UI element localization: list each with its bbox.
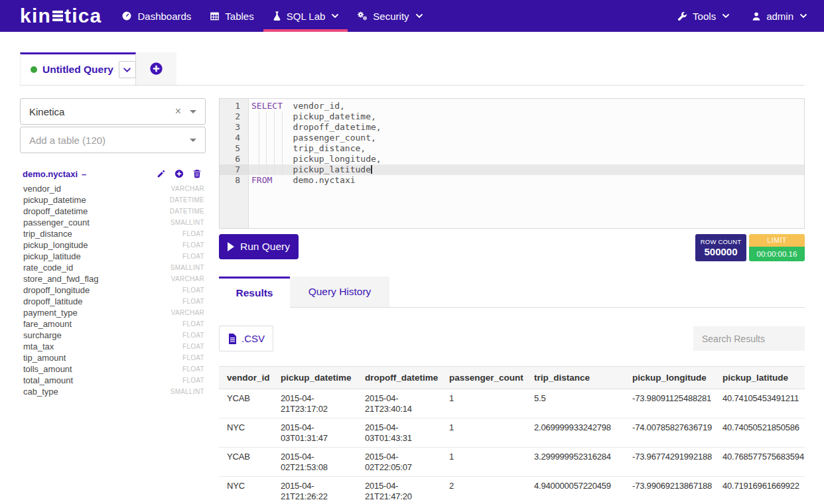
nav-menu: Dashboards Tables SQL Lab Security bbox=[112, 0, 431, 32]
line-number: 2 bbox=[220, 111, 248, 122]
schema-column[interactable]: rate_code_idSMALLINT bbox=[20, 262, 206, 273]
tab-results[interactable]: Results bbox=[219, 277, 290, 308]
export-csv-button[interactable]: .CSV bbox=[219, 326, 273, 351]
table-row[interactable]: YCAB2015-04-02T21:53:082015-04-02T22:05:… bbox=[219, 448, 805, 477]
results-column-header[interactable]: pickup_latitude bbox=[715, 367, 805, 389]
chevron-down-icon bbox=[800, 14, 807, 18]
results-column-header[interactable]: pickup_longitude bbox=[624, 367, 715, 389]
sql-keyword: FROM bbox=[251, 175, 293, 186]
nav-item-security[interactable]: Security bbox=[348, 0, 431, 32]
schema-column[interactable]: mta_taxFLOAT bbox=[20, 341, 206, 352]
text-cursor bbox=[371, 165, 372, 174]
schema-column[interactable]: trip_distanceFLOAT bbox=[20, 228, 206, 239]
nav-item-sql-lab[interactable]: SQL Lab bbox=[263, 0, 348, 32]
line-number: 4 bbox=[220, 133, 248, 143]
trash-icon[interactable] bbox=[192, 169, 202, 178]
table-row[interactable]: NYC2015-04-03T01:31:472015-04-03T01:43:3… bbox=[219, 418, 805, 448]
results-table: vendor_idpickup_datetimedropoff_datetime… bbox=[219, 366, 805, 504]
indent-guides bbox=[251, 133, 285, 143]
line-number: 1 bbox=[220, 101, 248, 111]
schema-column[interactable]: surchargeFLOAT bbox=[20, 330, 206, 341]
schema-table-name[interactable]: demo.nyctaxi bbox=[23, 169, 78, 179]
results-column-header[interactable]: trip_distance bbox=[526, 367, 624, 389]
editor-line[interactable]: pickup_longitude, bbox=[249, 154, 804, 164]
schema-column-list: vendor_idVARCHARpickup_datetimeDATETIMEd… bbox=[20, 183, 206, 397]
indent-guides bbox=[251, 111, 285, 122]
schema-column[interactable]: tolls_amountFLOAT bbox=[20, 363, 206, 375]
dropdown-arrow-icon bbox=[190, 139, 196, 142]
document-icon bbox=[228, 334, 237, 344]
limit-badge: LIMIT 00:00:00.16 bbox=[749, 234, 805, 261]
schema-column[interactable]: tip_amountFLOAT bbox=[20, 352, 206, 363]
schema-column[interactable]: fare_amountFLOAT bbox=[20, 318, 206, 330]
tab-menu-button[interactable] bbox=[119, 61, 136, 78]
logo-equals-icon bbox=[52, 9, 63, 23]
editor-line[interactable]: trip_distance, bbox=[249, 143, 804, 154]
run-query-button[interactable]: Run Query bbox=[219, 234, 299, 259]
schema-column[interactable]: cab_typeSMALLINT bbox=[20, 386, 206, 397]
add-circle-icon[interactable] bbox=[174, 169, 184, 178]
editor-gutter: 12345678 bbox=[220, 99, 249, 228]
chevron-down-icon bbox=[416, 14, 423, 18]
edit-pencil-icon[interactable] bbox=[157, 169, 166, 178]
results-header-row: vendor_idpickup_datetimedropoff_datetime… bbox=[219, 367, 805, 389]
editor-line[interactable]: FROMdemo.nyctaxi bbox=[249, 175, 804, 186]
table-icon bbox=[210, 11, 220, 21]
nav-item-tools[interactable]: Tools bbox=[677, 11, 729, 22]
schema-column[interactable]: pickup_datetimeDATETIME bbox=[20, 194, 206, 206]
schema-column[interactable]: payment_typeVARCHAR bbox=[20, 307, 206, 318]
result-tabs: Results Query History bbox=[219, 277, 805, 308]
sql-text: pickup_datetime, bbox=[293, 111, 376, 121]
nav-item-dashboards[interactable]: Dashboards bbox=[112, 0, 200, 32]
schema-column[interactable]: total_amountFLOAT bbox=[20, 375, 206, 386]
sql-keyword: SELECT bbox=[251, 101, 293, 111]
indent-guides bbox=[251, 143, 285, 154]
schema-column[interactable]: passenger_countSMALLINT bbox=[20, 217, 206, 228]
schema-column[interactable]: dropoff_datetimeDATETIME bbox=[20, 206, 206, 217]
results-column-header[interactable]: passenger_count bbox=[441, 367, 526, 389]
schema-column[interactable]: pickup_latitudeFLOAT bbox=[20, 251, 206, 262]
search-results-input[interactable] bbox=[693, 326, 805, 351]
new-query-tab-button[interactable] bbox=[136, 52, 176, 85]
kinetica-logo[interactable]: kintica bbox=[20, 5, 102, 27]
editor-line[interactable]: dropoff_datetime, bbox=[249, 122, 804, 133]
editor-line[interactable]: pickup_latitude bbox=[249, 164, 804, 175]
schema-column[interactable]: store_and_fwd_flagVARCHAR bbox=[20, 273, 206, 284]
results-column-header[interactable]: pickup_datetime bbox=[273, 367, 357, 389]
sql-editor[interactable]: 12345678 SELECTvendor_id,pickup_datetime… bbox=[219, 98, 805, 229]
table-row[interactable]: NYC2015-04-21T21:26:222015-04-21T21:47:2… bbox=[219, 477, 805, 504]
collapse-toggle[interactable]: – bbox=[82, 169, 86, 179]
query-tab-untitled[interactable]: Untitled Query bbox=[20, 52, 136, 85]
datasource-select[interactable]: Kinetica × bbox=[20, 98, 206, 125]
sql-text: pickup_longitude, bbox=[293, 154, 381, 164]
add-table-select[interactable]: Add a table (120) bbox=[20, 127, 206, 153]
unsaved-dot-icon bbox=[31, 66, 37, 73]
table-row[interactable]: YCAB2015-04-21T23:17:022015-04-21T23:40:… bbox=[219, 389, 805, 418]
schema-column[interactable]: dropoff_longitudeFLOAT bbox=[20, 284, 206, 296]
indent-guides bbox=[251, 154, 285, 164]
editor-line[interactable]: pickup_datetime, bbox=[249, 111, 804, 122]
chevron-down-icon bbox=[123, 68, 131, 72]
nav-item-admin[interactable]: admin bbox=[752, 11, 807, 22]
clear-icon[interactable]: × bbox=[175, 105, 181, 117]
schema-column[interactable]: vendor_idVARCHAR bbox=[20, 183, 206, 194]
nav-item-tables[interactable]: Tables bbox=[200, 0, 263, 32]
tab-query-history[interactable]: Query History bbox=[290, 277, 389, 308]
sql-text: trip_distance, bbox=[293, 143, 366, 153]
schema-column[interactable]: pickup_longitudeFLOAT bbox=[20, 239, 206, 251]
sidebar: Kinetica × Add a table (120) demo.nyctax… bbox=[20, 98, 206, 397]
editor-code[interactable]: SELECTvendor_id,pickup_datetime,dropoff_… bbox=[249, 99, 804, 228]
schema-column[interactable]: dropoff_latitudeFLOAT bbox=[20, 296, 206, 307]
wrench-icon bbox=[677, 11, 687, 21]
line-number: 8 bbox=[220, 175, 248, 186]
results-column-header[interactable]: dropoff_datetime bbox=[357, 367, 441, 389]
editor-line[interactable]: SELECTvendor_id, bbox=[249, 101, 804, 111]
line-number: 3 bbox=[220, 122, 248, 133]
indent-guides bbox=[251, 122, 285, 133]
chevron-down-icon bbox=[332, 14, 338, 18]
results-column-header[interactable]: vendor_id bbox=[219, 367, 273, 389]
editor-line[interactable]: passenger_count, bbox=[249, 133, 804, 143]
play-icon bbox=[228, 242, 234, 251]
sql-text: pickup_latitude bbox=[293, 164, 371, 174]
dashboard-icon bbox=[121, 11, 132, 21]
